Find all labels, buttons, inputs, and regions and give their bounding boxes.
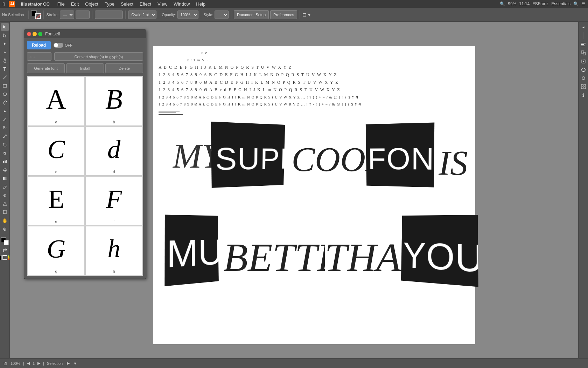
brush-tool[interactable] [1,99,9,107]
stroke-select[interactable]: — [60,11,74,19]
glyph-cell-c[interactable]: Cc [28,127,85,176]
search-icon[interactable]: 🔍 [500,1,505,6]
color-area[interactable] [1,237,9,245]
scale-tool[interactable] [1,132,9,140]
stroke-weight-input[interactable] [76,11,90,19]
document-setup-button[interactable]: Document Setup [234,10,269,19]
right-pathfinder-icon[interactable] [580,49,587,57]
svg-rect-5 [3,161,4,163]
glyph-cell-e[interactable]: Ee [28,176,85,225]
menu-edit[interactable]: Edit [68,1,82,7]
mesh-tool[interactable] [1,166,9,174]
blend-tool[interactable]: ⊛ [1,191,9,199]
menu-app-name[interactable]: Illustrator CC [18,1,52,7]
menu-object[interactable]: Object [82,1,101,7]
menu-file[interactable]: File [55,1,68,7]
eraser-tool[interactable] [1,116,9,123]
glyph-cell-f[interactable]: Ff [85,176,142,225]
fontself-titlebar: Fontself [24,30,146,38]
apple-menu[interactable]:  [3,1,5,7]
right-transform-icon[interactable] [580,57,587,65]
convert-button[interactable]: Convert shape(s) to glyph(s) [54,52,143,61]
delete-button[interactable]: Delete [105,63,143,73]
glyph-cell-b[interactable]: Bb [85,77,142,126]
glyph-cell-a[interactable]: Aa [28,77,85,126]
status-info-arrow[interactable]: ▼ [73,361,77,366]
az-input[interactable] [27,52,51,61]
menu-toggle-icon[interactable]: ☰ [581,1,585,6]
glyph-cell-d[interactable]: dd [85,127,142,176]
menu-view[interactable]: View [155,1,170,7]
off-toggle[interactable]: OFF [54,43,72,48]
direct-select-tool[interactable] [1,32,9,39]
toolbar-sep-7 [231,11,231,19]
panel-zoom-btn[interactable] [38,32,42,36]
arrange-icons[interactable]: ⊟ ▾ [302,12,310,18]
line-tool[interactable] [1,74,9,81]
reload-button[interactable]: Reload [27,41,51,49]
essentials-label[interactable]: Essentials [551,1,570,6]
preferences-button[interactable]: Preferences [270,10,297,19]
artboard-tool[interactable] [1,208,9,216]
search-btn[interactable]: 🔍 [573,1,579,6]
menu-window[interactable]: Window [171,1,192,7]
menu-effect[interactable]: Effect [137,1,154,7]
gradient-tool[interactable] [1,175,9,182]
panel-close-btn[interactable] [27,32,31,36]
install-button[interactable]: Install [66,63,104,73]
fill-stroke-mode[interactable] [0,255,10,260]
rect-tool[interactable] [1,82,9,90]
right-stroke-icon[interactable] [580,66,587,74]
brush-select[interactable]: Ovale 2 pt [128,11,156,19]
opacity-select[interactable]: 100% [177,11,198,19]
eyedropper-tool[interactable] [1,183,9,191]
char-row-1: E t 1 m N T [187,57,470,64]
fill-mode-btn[interactable] [0,255,2,260]
blob-brush-tool[interactable]: ● [1,107,9,115]
status-arrow[interactable]: ▶ [67,361,70,366]
generate-font-button[interactable]: Generate font [27,63,65,73]
svg-line-1 [3,76,7,79]
ellipse-tool[interactable] [1,90,9,98]
free-transform-tool[interactable] [1,141,9,149]
char-row-0: E P [201,50,470,57]
glyph-cell-g[interactable]: Gg [28,226,85,275]
right-appearance-icon[interactable] [580,74,587,82]
type-tool[interactable]: T [1,65,9,73]
svg-rect-8 [3,177,7,180]
right-info-icon[interactable]: ℹ [580,91,587,99]
menu-help[interactable]: Help [193,1,208,7]
menu-type[interactable]: Type [102,1,117,7]
selection-tool[interactable] [1,23,9,31]
stroke-mode-btn[interactable] [2,255,7,260]
right-grid-icon[interactable] [580,83,587,90]
convert-row: Convert shape(s) to glyph(s) [27,52,143,61]
pen-tool[interactable] [1,57,9,64]
fill-stroke-swatches[interactable] [31,11,41,19]
zoom-tool[interactable]: ⊕ [1,225,9,233]
glyph-cell-h[interactable]: hh [85,226,142,275]
lasso-tool[interactable]: ⌖ [1,48,9,56]
color-input[interactable] [95,11,123,19]
battery-level: 99% [508,1,516,6]
app-icon: Ai [9,1,15,7]
slice-tool[interactable] [1,200,9,207]
toggle-track[interactable] [54,43,63,48]
right-align-icon[interactable] [580,41,587,48]
swap-colors-icon[interactable]: ⇄ [2,246,7,253]
yours-box: YOURS [401,215,478,287]
menu-select[interactable]: Select [118,1,136,7]
hand-tool[interactable]: ✋ [1,217,9,224]
page-next-btn[interactable]: ▶ [37,361,40,366]
symbol-tool[interactable]: ✿ [1,149,9,157]
stroke-color[interactable] [35,13,41,19]
panel-minimize-btn[interactable] [33,32,37,36]
status-icons[interactable]: 🖥 [3,361,8,366]
opacity-label: Opacity: [162,13,176,17]
page-prev-btn[interactable]: ◀ [27,361,30,366]
graph-tool[interactable] [1,158,9,165]
rotate-tool[interactable]: ↻ [1,124,9,132]
right-panel-arrow[interactable]: ◂ [580,23,587,31]
magic-wand-tool[interactable]: ✦ [1,40,9,48]
style-select[interactable] [215,11,229,19]
